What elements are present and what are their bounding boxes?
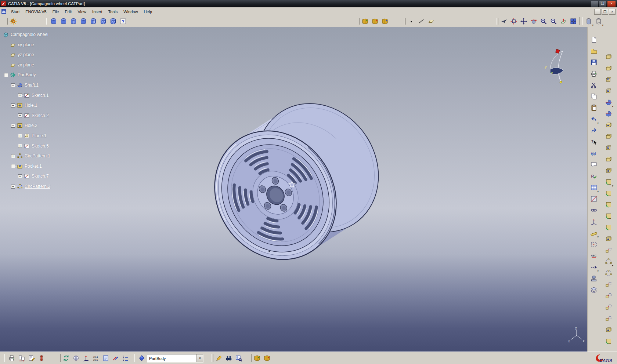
tree-expander-expand[interactable]: + — [18, 113, 22, 117]
scaling-button[interactable] — [604, 280, 613, 289]
design-table-lookup-button[interactable] — [234, 353, 243, 363]
search-button[interactable] — [224, 353, 234, 363]
tree-expander-expand[interactable]: + — [18, 144, 22, 148]
maximize-button[interactable]: ❒ — [599, 1, 606, 7]
sew-surface-button[interactable] — [604, 336, 613, 346]
pan-button[interactable] — [519, 17, 528, 26]
tree-item-circpattern-2[interactable]: CircPattern.2 — [17, 183, 50, 190]
menu-view[interactable]: View — [75, 8, 89, 15]
tree-item-pocket-1[interactable]: Pocket.1 — [17, 163, 42, 170]
normal-view-button[interactable] — [559, 17, 568, 26]
measure-button[interactable]: ▾ — [589, 228, 599, 238]
axis-system-button[interactable] — [81, 353, 91, 363]
flyout-arrow-icon[interactable]: ▾ — [592, 24, 593, 27]
slot-button[interactable] — [604, 143, 613, 153]
tree-expander-collapse[interactable]: − — [11, 164, 15, 168]
tree-expander-expand[interactable]: + — [11, 154, 15, 158]
line-button[interactable] — [416, 17, 426, 26]
menu-enovia-v5[interactable]: ENOVIA V5 — [22, 8, 49, 15]
tree-expander-expand[interactable]: + — [18, 174, 22, 178]
rotation-button[interactable] — [604, 302, 613, 312]
symmetry-button[interactable] — [604, 314, 613, 323]
save-button[interactable] — [589, 58, 599, 67]
view-compass[interactable]: y x — [540, 46, 574, 88]
measure-inertia-button[interactable] — [37, 353, 46, 363]
mean-dimensions-button[interactable]: 10.110.0 — [91, 353, 101, 363]
data-store-6-button[interactable] — [98, 17, 108, 26]
circular-pattern-button[interactable] — [604, 268, 613, 278]
tree-expander-collapse[interactable]: − — [4, 73, 8, 77]
point-button[interactable] — [407, 17, 416, 26]
chamfer-button[interactable] — [604, 189, 613, 198]
tree-item-campagnolo-wheel[interactable]: Campagnolo wheel — [3, 31, 48, 38]
tree-item-plane-1[interactable]: Plane.1 — [24, 132, 47, 139]
tree-item-sketch-1[interactable]: Sketch.1 — [24, 92, 49, 99]
open-catalog-button[interactable] — [370, 17, 380, 26]
tree-expander-expand[interactable]: + — [11, 185, 15, 189]
menu-window[interactable]: Window — [120, 8, 141, 15]
update-all-button[interactable] — [61, 353, 71, 363]
flyout-arrow-icon[interactable]: ▾ — [612, 185, 613, 188]
plane-button[interactable] — [426, 17, 436, 26]
pad-button[interactable] — [604, 52, 613, 62]
shading-mode-button[interactable]: ▾ — [584, 17, 593, 26]
whats-this-button[interactable]: ? — [589, 137, 599, 147]
close-button[interactable]: × — [607, 1, 616, 7]
mdi-minimize-button[interactable]: – — [594, 9, 601, 15]
catalog-browser-button[interactable] — [360, 17, 370, 26]
data-store-4-button[interactable] — [79, 17, 88, 26]
flyout-arrow-icon[interactable]: ▾ — [597, 270, 599, 273]
menu-file[interactable]: File — [50, 8, 62, 15]
data-store-7-button[interactable] — [108, 17, 118, 26]
zoom-in-button[interactable] — [539, 17, 548, 26]
formula-button[interactable]: f(x) — [589, 149, 599, 158]
groove-button[interactable] — [604, 109, 613, 119]
tree-item-xy-plane[interactable]: xy plane — [10, 41, 34, 48]
data-store-3-button[interactable] — [69, 17, 78, 26]
open-document-button[interactable] — [589, 46, 599, 56]
shell-button[interactable] — [604, 211, 613, 221]
catalog-update-button[interactable] — [380, 17, 390, 26]
flyout-arrow-icon[interactable]: ▾ — [597, 122, 599, 125]
flyout-arrow-icon[interactable]: ▾ — [612, 264, 613, 267]
mirror-button[interactable] — [604, 245, 613, 255]
print-setup-button[interactable] — [7, 353, 17, 363]
tree-item-sketch-5[interactable]: Sketch.5 — [24, 142, 49, 150]
mdi-close-button[interactable]: × — [609, 9, 616, 15]
tree-expander-collapse[interactable]: − — [11, 124, 15, 128]
current-workbench-button[interactable] — [8, 17, 18, 26]
paste-button[interactable] — [589, 103, 599, 113]
redo-button[interactable] — [589, 126, 599, 135]
loft-button[interactable] — [604, 166, 613, 175]
comment-button[interactable] — [589, 160, 599, 170]
arrow-annotation-button[interactable]: ▾ — [589, 262, 599, 272]
tree-item-yz-plane[interactable]: yz plane — [10, 51, 34, 58]
hole-tool-button[interactable] — [604, 120, 613, 130]
flyout-arrow-icon[interactable]: ▾ — [612, 105, 613, 108]
tree-expander-expand[interactable]: + — [18, 93, 22, 97]
combobox-dropdown-button[interactable]: ▼ — [196, 354, 203, 362]
menu-help[interactable]: Help — [141, 8, 155, 15]
fit-all-in-button[interactable] — [509, 17, 519, 26]
3d-viewport[interactable]: Campagnolo wheelxy planeyz planezx plane… — [0, 27, 588, 352]
catalog-browser-2-button[interactable] — [262, 353, 272, 363]
rotate-button[interactable] — [529, 17, 538, 26]
help-button[interactable]: ? — [118, 17, 128, 26]
menu-edit[interactable]: Edit — [62, 8, 75, 15]
report-button[interactable] — [27, 353, 36, 363]
flyout-arrow-icon[interactable]: ▾ — [597, 190, 599, 193]
draft-angle-button[interactable] — [604, 200, 613, 210]
tree-item-sketch-7[interactable]: Sketch.7 — [24, 172, 49, 180]
equivalent-dimensions-button[interactable] — [214, 353, 224, 363]
multi-view-button[interactable] — [569, 17, 578, 26]
link-manager-button[interactable] — [589, 205, 599, 215]
tree-expander-collapse[interactable]: − — [11, 83, 15, 87]
mdi-restore-button[interactable]: ❒ — [602, 9, 608, 15]
manipulation-button[interactable] — [71, 353, 81, 363]
shaft-tool-button[interactable]: ▾ — [604, 98, 613, 107]
undo-button[interactable]: ▾ — [589, 114, 599, 124]
section-view-button[interactable] — [589, 194, 599, 204]
stamp-button[interactable] — [589, 274, 599, 283]
text-annotation-button[interactable]: ABC — [589, 251, 599, 261]
stiffener-button[interactable] — [604, 154, 613, 164]
